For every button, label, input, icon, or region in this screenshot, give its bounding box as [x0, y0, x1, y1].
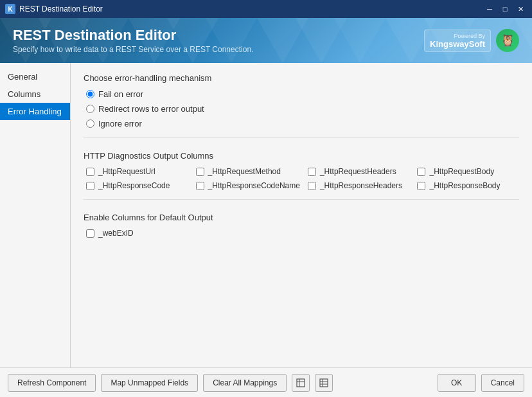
http-diagnostics-title: HTTP Diagnostics Output Columns: [84, 151, 519, 161]
radio-redirect-rows-input[interactable]: [86, 105, 94, 113]
title-bar: K REST Destination Editor ─ □ ✕: [0, 0, 532, 18]
svg-rect-3: [320, 379, 328, 387]
checkbox-http-response-headers-input[interactable]: [308, 182, 316, 190]
checkbox-http-request-url-input[interactable]: [86, 168, 94, 176]
refresh-component-button[interactable]: Refresh Component: [8, 374, 96, 392]
error-handling-section: Choose error-handling mechanism Fail on …: [84, 73, 519, 138]
checkbox-http-request-headers-input[interactable]: [308, 168, 316, 176]
header-title: REST Destination Editor: [13, 27, 253, 44]
checkbox-http-response-code-input[interactable]: [86, 182, 94, 190]
checkbox-http-request-method-input[interactable]: [196, 168, 204, 176]
checkbox-web-ex-id[interactable]: _webExID: [86, 229, 189, 238]
logo-owl-icon: 🦉: [496, 29, 519, 52]
radio-fail-on-error-input[interactable]: [86, 90, 94, 98]
checkbox-http-request-body-input[interactable]: [417, 168, 425, 176]
sidebar: General Columns Error Handling: [0, 63, 71, 367]
cancel-button[interactable]: Cancel: [481, 374, 524, 392]
map-unmapped-fields-button[interactable]: Map Unmapped Fields: [101, 374, 198, 392]
header: REST Destination Editor Specify how to w…: [0, 18, 532, 63]
icon-button-1[interactable]: [292, 374, 310, 392]
http-diagnostics-section: HTTP Diagnostics Output Columns _HttpReq…: [84, 151, 519, 200]
main-content: General Columns Error Handling Choose er…: [0, 63, 532, 367]
powered-by-text: Powered By: [430, 33, 485, 39]
minimize-button[interactable]: ─: [483, 4, 496, 14]
default-output-section: Enable Columns for Default Output _webEx…: [84, 213, 519, 247]
checkbox-http-response-headers[interactable]: _HttpResponseHeaders: [308, 181, 410, 190]
radio-ignore-error-input[interactable]: [86, 119, 94, 128]
error-handling-title: Choose error-handling mechanism: [84, 73, 519, 83]
icon-button-2[interactable]: [315, 374, 333, 392]
http-diagnostics-grid: _HttpRequestUrl _HttpRequestMethod _Http…: [86, 167, 519, 190]
radio-ignore-error[interactable]: Ignore error: [86, 119, 519, 128]
app-icon: K: [5, 4, 15, 14]
checkbox-http-request-headers[interactable]: _HttpRequestHeaders: [308, 167, 410, 176]
header-logo: Powered By KingswaySoft 🦉: [424, 29, 519, 52]
footer: Refresh Component Map Unmapped Fields Cl…: [0, 367, 532, 397]
radio-redirect-rows[interactable]: Redirect rows to error output: [86, 104, 519, 114]
checkbox-web-ex-id-input[interactable]: [86, 229, 94, 238]
checkbox-http-request-url[interactable]: _HttpRequestUrl: [86, 167, 188, 176]
title-bar-left: K REST Destination Editor: [5, 4, 103, 14]
sidebar-item-columns[interactable]: Columns: [0, 85, 70, 103]
header-title-block: REST Destination Editor Specify how to w…: [13, 27, 253, 54]
title-bar-controls: ─ □ ✕: [483, 4, 527, 14]
svg-rect-0: [297, 379, 305, 387]
header-subtitle: Specify how to write data to a REST Serv…: [13, 45, 253, 54]
error-handling-radio-group: Fail on error Redirect rows to error out…: [86, 89, 519, 128]
default-output-title: Enable Columns for Default Output: [84, 213, 519, 222]
window-title: REST Destination Editor: [19, 4, 103, 13]
logo-box: Powered By KingswaySoft: [424, 30, 491, 52]
checkbox-http-response-body-input[interactable]: [417, 182, 425, 190]
checkbox-http-response-code-name[interactable]: _HttpResponseCodeName: [196, 181, 300, 190]
checkbox-http-response-code-name-input[interactable]: [196, 182, 204, 190]
sidebar-item-error-handling[interactable]: Error Handling: [0, 103, 70, 120]
checkbox-http-request-method[interactable]: _HttpRequestMethod: [196, 167, 300, 176]
default-output-grid: _webExID: [86, 229, 519, 238]
checkbox-http-response-code[interactable]: _HttpResponseCode: [86, 181, 188, 190]
ok-button[interactable]: OK: [438, 374, 476, 392]
close-button[interactable]: ✕: [514, 4, 527, 14]
brand-name: KingswaySoft: [430, 39, 485, 49]
content-area: Choose error-handling mechanism Fail on …: [71, 63, 532, 367]
checkbox-http-request-body[interactable]: _HttpRequestBody: [417, 167, 519, 176]
sidebar-item-general[interactable]: General: [0, 68, 70, 85]
checkbox-http-response-body[interactable]: _HttpResponseBody: [417, 181, 519, 190]
clear-all-mappings-button[interactable]: Clear All Mappings: [203, 374, 287, 392]
radio-fail-on-error[interactable]: Fail on error: [86, 89, 519, 99]
maximize-button[interactable]: □: [499, 4, 511, 14]
